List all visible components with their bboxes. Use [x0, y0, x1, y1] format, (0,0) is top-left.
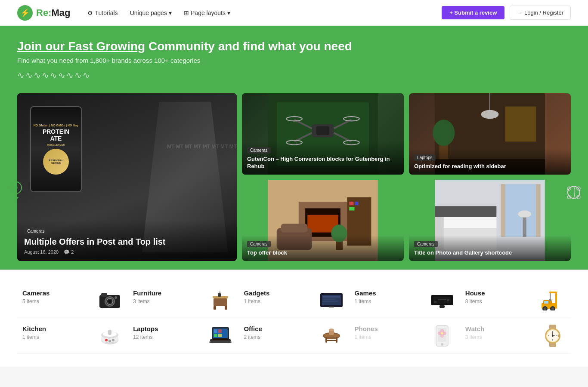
top-right-card-overlay: Laptops Optimized for reading with sideb…	[409, 149, 571, 175]
svg-rect-27	[349, 202, 353, 205]
logo[interactable]: ⚡ Re:Mag	[17, 5, 70, 21]
top-left-title: GutenCon – High Conversion blocks for Gu…	[247, 156, 399, 170]
top-right-article-card[interactable]: Laptops Optimized for reading with sideb…	[409, 93, 571, 175]
camera-icon	[97, 289, 123, 311]
svg-rect-78	[549, 292, 557, 293]
svg-point-51	[115, 296, 117, 299]
gear-icon: ⚙	[87, 9, 93, 16]
svg-point-104	[329, 329, 334, 331]
bottom-left-title: Top offer block	[247, 249, 399, 257]
svg-rect-93	[214, 334, 217, 337]
svg-rect-28	[355, 202, 359, 205]
svg-rect-62	[323, 298, 336, 300]
article-comments: 💬 2	[64, 249, 74, 255]
svg-rect-94	[218, 334, 222, 337]
svg-rect-96	[209, 341, 232, 343]
main-article-card[interactable]: NO Gluten | NO GMOs | NO Soy PROTEINATE …	[17, 93, 237, 261]
furniture-icon	[207, 289, 233, 311]
svg-rect-102	[326, 340, 337, 341]
svg-rect-37	[536, 184, 540, 237]
bottom-article-row: Cameras Top offer block	[242, 180, 571, 261]
main-article-meta: August 18, 2020 💬 2	[24, 249, 230, 255]
chevron-down-icon: ▾	[227, 9, 230, 16]
svg-rect-63	[323, 301, 338, 302]
right-article-grid: Cameras GutenCon – High Conversion block…	[242, 93, 571, 261]
svg-rect-126	[558, 335, 560, 337]
top-left-card-overlay: Cameras GutenCon – High Conversion block…	[242, 141, 404, 175]
header: ⚡ Re:Mag ⚙ Tutorials Unique pages ▾ ⊞ Pa…	[0, 0, 588, 26]
gadgets-icon	[319, 289, 344, 311]
svg-rect-18	[505, 107, 536, 142]
top-right-badge: Laptops	[414, 154, 436, 161]
svg-rect-47	[101, 293, 107, 297]
category-office[interactable]: Office 2 items	[238, 318, 349, 354]
svg-rect-66	[438, 299, 446, 300]
nav-tutorials[interactable]: ⚙ Tutorials	[87, 9, 118, 16]
svg-rect-85	[108, 330, 111, 335]
svg-rect-3	[316, 126, 330, 135]
left-decoration	[7, 179, 24, 208]
svg-point-67	[447, 299, 449, 301]
categories-section: Cameras 5 items	[0, 270, 588, 367]
watch-icon	[540, 325, 566, 347]
hero-heading: Join our Fast Growing Community and find…	[17, 40, 571, 53]
svg-rect-41	[435, 206, 496, 217]
categories-grid: Cameras 5 items	[17, 283, 571, 354]
top-right-title: Optimized for reading with sidebar	[414, 163, 566, 170]
svg-rect-97	[212, 338, 229, 340]
svg-rect-57	[220, 292, 220, 294]
hero-heading-rest: Community and find what you need	[145, 40, 352, 53]
category-cameras[interactable]: Cameras 5 items	[17, 283, 128, 318]
login-register-button[interactable]: → Login / Register	[510, 6, 571, 20]
bottom-right-badge: Cameras	[414, 241, 438, 247]
category-furniture[interactable]: Furniture 3 items	[128, 283, 238, 318]
bottom-right-article-card[interactable]: Cameras Title on Photo and Gallery short…	[409, 180, 571, 261]
svg-rect-60	[329, 306, 334, 307]
category-kitchen[interactable]: Kitchen 1 items	[17, 318, 128, 354]
svg-point-131	[568, 187, 580, 199]
svg-rect-92	[218, 329, 222, 333]
logo-text: Re:Mag	[36, 7, 70, 18]
category-gadgets[interactable]: Gadgets 1 items	[238, 283, 349, 318]
laptop-icon	[207, 325, 233, 347]
nav-unique-pages[interactable]: Unique pages ▾	[130, 9, 172, 16]
svg-point-125	[552, 335, 554, 337]
top-left-article-card[interactable]: Cameras GutenCon – High Conversion block…	[242, 93, 404, 175]
submit-review-button[interactable]: + Submit a review	[442, 6, 504, 19]
svg-point-111	[440, 334, 444, 338]
logo-icon: ⚡	[17, 5, 33, 21]
category-games[interactable]: Games 1 items	[350, 283, 460, 318]
hero-subtext: Find what you need from 1,800+ brands ac…	[17, 57, 571, 64]
svg-point-87	[108, 340, 111, 342]
category-laptops[interactable]: Laptops 12 items	[128, 318, 238, 354]
grid-icon: ⊞	[184, 9, 189, 16]
kitchen-icon	[97, 325, 123, 347]
svg-rect-80	[549, 299, 551, 301]
svg-rect-77	[555, 292, 557, 304]
nav-page-layouts[interactable]: ⊞ Page layouts ▾	[184, 9, 230, 16]
category-phones[interactable]: Phones 1 items	[350, 318, 460, 354]
svg-point-17	[433, 120, 455, 146]
top-article-row: Cameras GutenCon – High Conversion block…	[242, 93, 571, 175]
phone-icon	[429, 325, 455, 347]
svg-rect-25	[281, 224, 307, 232]
hero-heading-bold: Join our Fast Growing	[17, 40, 145, 53]
nav: ⚙ Tutorials Unique pages ▾ ⊞ Page layout…	[87, 9, 442, 16]
svg-rect-68	[434, 301, 436, 303]
svg-point-88	[112, 339, 115, 341]
category-house[interactable]: House 8 items	[460, 283, 571, 318]
hero-wave-decoration: ∿∿∿∿∿∿∿∿∿	[17, 70, 571, 80]
bottom-right-title: Title on Photo and Gallery shortcode	[414, 249, 566, 257]
bottom-left-article-card[interactable]: Cameras Top offer block	[242, 180, 404, 261]
right-decoration	[563, 182, 585, 206]
svg-rect-54	[214, 306, 216, 310]
category-watch[interactable]: Watch 3 items	[460, 318, 571, 354]
main-article-badge: Cameras	[24, 228, 48, 234]
main-card-overlay: Cameras Multiple Offers in Post and Top …	[17, 221, 237, 261]
header-right: + Submit a review → Login / Register	[442, 6, 571, 20]
svg-rect-44	[523, 215, 526, 237]
svg-point-50	[108, 300, 111, 303]
bottom-left-badge: Cameras	[247, 241, 271, 247]
svg-point-108	[440, 329, 444, 332]
svg-point-86	[105, 339, 108, 341]
